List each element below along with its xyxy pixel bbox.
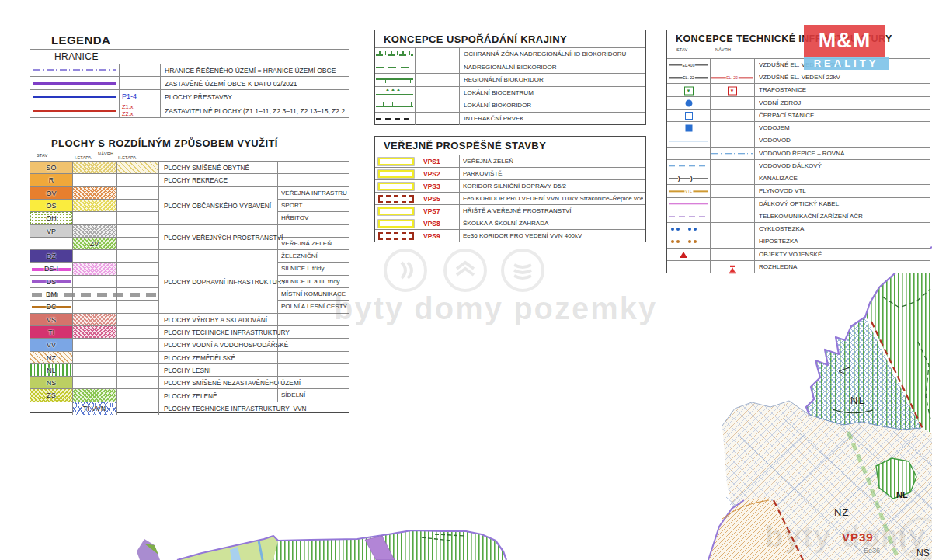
vodovod-stav-line (669, 141, 708, 142)
plochy-col-stav: STAV (37, 153, 47, 158)
vodni-zdroj-label: VODNÍ ZDROJ (759, 97, 927, 110)
el-22-stav-line-label: EL. 22 (682, 75, 694, 80)
telekomunikacni-zarizeni-acr-navrh-cell (710, 210, 754, 223)
vs-c2-swatch (72, 314, 116, 326)
nadregionalni-biokoridor-icon (376, 61, 413, 75)
cyklostezka-navrh-cell (710, 223, 754, 235)
hipostezka-stav-dot (676, 240, 680, 243)
vs-code: VS (30, 316, 72, 324)
trafostanice-label: TRAFOSTANICE (759, 84, 927, 96)
plochy-prestavby-line-swatch (33, 96, 116, 98)
kanalizace-stav-cell: )) (667, 172, 710, 185)
vodovod-dalkovy-stav-line (669, 165, 708, 167)
mm-reality-logo: M&M REALITY (804, 25, 889, 70)
uzemni-plan-legend-page: { "watermark": {"text": "byty domy pozem… (0, 0, 932, 560)
sym-part (378, 102, 412, 106)
sym-part (376, 106, 413, 107)
dalkovy-opticky-kabel-navrh-cell (710, 198, 754, 210)
plochy-col-navrh: NÁVRH (98, 151, 113, 156)
cerpaci-stanice-stav-icon (685, 112, 693, 120)
watermark-circle-roof (443, 249, 487, 292)
ov-code: OV (30, 190, 72, 197)
plynovod-vtl-navrh-cell (710, 185, 754, 197)
vps3-swatch (378, 183, 414, 190)
rozhledna-label: ROZHLEDNA (759, 261, 927, 273)
map-label-nz: NZ (834, 506, 849, 518)
col-divider (277, 162, 278, 402)
legend-row-plochy-prestavby: P1-4PLOCHY PŘESTAVBY (30, 90, 349, 103)
vps7-code: VPS7 (423, 205, 457, 217)
col-divider (754, 59, 755, 273)
regionalni-biokoridor-icon (376, 74, 413, 87)
el-22-navrh-line-label: EL. 22 (725, 75, 738, 80)
zastavitelne-plochy-code: Z1.xZ2.x (122, 104, 158, 117)
r-code: R (30, 176, 72, 184)
nl-desc-cell: PLOCHY LESNÍ (158, 364, 277, 377)
cyklostezka-stav-dot (671, 228, 674, 231)
col-divider (158, 162, 159, 415)
kanalizace-stav-mark: ) (678, 176, 680, 182)
vodni-zdroj-stav-cell (667, 97, 710, 110)
zastavitelne-plochy-label: ZASTAVITELNÉ PLOCHY (Z1.1–11, Z2.3–11, Z… (165, 107, 345, 115)
hranice-reseneho-uzemi-line-swatch (33, 69, 116, 71)
ns-desc-label: PLOCHY SMÍŠENÉ NEZASTAVĚNÉHO ÚZEMÍ (158, 379, 301, 387)
os-sub-label: SPORT (281, 200, 347, 212)
row-divider (30, 117, 349, 118)
hipostezka-stav-dot (671, 240, 674, 243)
lokalni-biokoridor-label: LOKÁLNÍ BIOKORIDOR (464, 99, 642, 113)
vps5-code: VPS5 (423, 193, 457, 205)
zastavitelne-plochy-line-swatch (33, 110, 116, 112)
hranice-reseneho-uzemi-label: HRANICE ŘEŠENÉHO ÚZEMÍ = HRANICE ÚZEMÍ O… (165, 67, 345, 75)
vps2-swatch (378, 170, 414, 178)
vv-desc-label: PLOCHY VODNÍ A VODOHOSPODÁŘSKÉ (158, 341, 288, 349)
vs-desc-cell: PLOCHY VÝROBY A SKLADOVÁNÍ (158, 314, 277, 326)
ds-i-code: DS-I (30, 265, 72, 273)
dalkovy-opticky-kabel-stav-line (669, 203, 708, 205)
vps-box: VEŘEJNĚ PROSPĚŠNÉ STAVBY VPS1VEŘEJNÁ ZEL… (374, 136, 646, 242)
tech-col-stav: STAV (676, 47, 687, 52)
vodovod-repice-rovna-navrh-line (711, 153, 753, 155)
vs-desc-label: PLOCHY VÝROBY A SKLADOVÁNÍ (158, 316, 267, 324)
ti-c2-swatch (72, 326, 116, 339)
plynovod-vtl-stav-line-label: VTL (684, 189, 693, 193)
vp-desc-cell: PLOCHY VEŘEJNÝCH PROSTRANSTVÍ (158, 225, 277, 251)
row-divider (277, 363, 349, 364)
vodojem-label: VODOJEM (759, 122, 927, 134)
plynovod-vtl-label: PLYNOVOD VTL (759, 185, 927, 197)
kanalizace-label: KANALIZACE (759, 172, 927, 185)
oh-sub-label: HŘBITOV (281, 212, 347, 224)
legend-row-zastavene-uzemi: ZASTAVĚNÉ ÚZEMÍ OBCE K DATU 02/2021 (30, 77, 349, 90)
nz-code: NZ (30, 354, 72, 362)
vps5-swatch (378, 195, 414, 203)
zs-c2-swatch (72, 389, 116, 402)
row-divider (277, 376, 349, 377)
tech-col-navrh: NÁVRH (715, 47, 731, 52)
vps1-label: VEŘEJNÁ ZELEŇ (463, 155, 643, 168)
cerpaci-stanice-navrh-cell (710, 110, 754, 122)
col-divider (119, 77, 120, 90)
zv-sub-label: VEŘEJNÁ ZELEŇ (281, 238, 347, 250)
dalkovy-opticky-kabel-label: DÁLKOVÝ OPTICKÝ KABEL (759, 198, 927, 210)
row-divider (277, 338, 349, 339)
cyklostezka-stav-dot (676, 228, 680, 231)
ti-desc-label: PLOCHY TECHNICKÉ INFRASTRUKTURY (158, 329, 290, 336)
trafostanice-navrh-icon: ▼ (728, 86, 737, 95)
dm-code: DM (30, 290, 72, 298)
plynovod-vtl-stav-cell: VTL (667, 185, 710, 197)
plochy-prestavby-code: P1-4 (122, 91, 158, 103)
interakcni-prvek-label: INTERAKČNÍ PRVEK (464, 113, 642, 126)
row-divider (277, 351, 349, 352)
vps8-swatch (378, 220, 414, 228)
ov-desc-cell: PLOCHY OBČANSKÉHO VYBAVENÍ (158, 187, 277, 225)
telekomunikacni-zarizeni-acr-stav-line (669, 216, 708, 217)
sym-part (376, 94, 413, 96)
oh-code: OH (30, 214, 72, 222)
nz-desc-label: PLOCHY ZEMĚDĚLSKÉ (158, 354, 235, 362)
nadregionalni-biokoridor-label: NADREGIONÁLNÍ BIOKORIDOR (464, 61, 642, 75)
ti-code: TI (30, 329, 72, 336)
vodovod-repice-rovna-label: VODOVOD ŘEPICE – ROVNÁ (759, 148, 927, 160)
kanalizace-navrh-cell (710, 172, 754, 185)
vodojem-navrh-cell (710, 122, 754, 134)
ds-i-sub-label: SILNICE I. třídy (281, 263, 347, 275)
el-400-stav-line-label: EL.400 (682, 63, 696, 68)
